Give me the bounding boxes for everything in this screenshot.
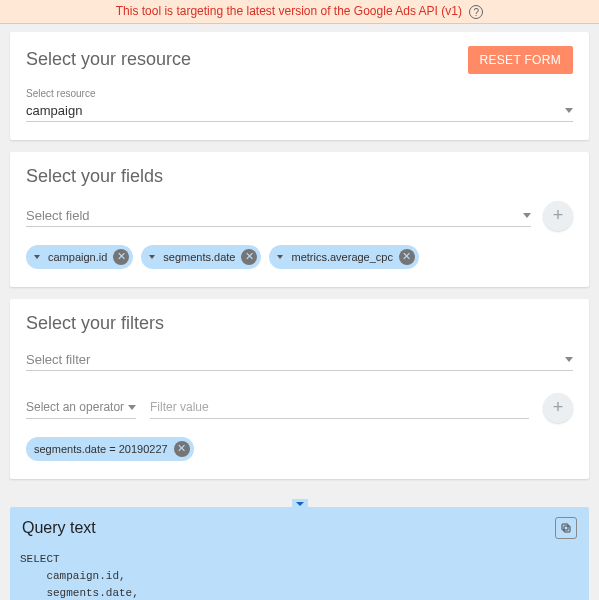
field-chip[interactable]: metrics.average_cpc ✕ xyxy=(269,245,419,269)
copy-button[interactable] xyxy=(555,517,577,539)
chevron-down-icon xyxy=(277,255,283,259)
reset-form-button[interactable]: RESET FORM xyxy=(468,46,573,74)
operator-select[interactable]: Select an operator xyxy=(26,396,136,419)
chevron-down-icon xyxy=(565,357,573,362)
chip-label: campaign.id xyxy=(48,251,107,263)
add-field-button[interactable]: + xyxy=(543,201,573,231)
chip-label: metrics.average_cpc xyxy=(291,251,393,263)
operator-placeholder: Select an operator xyxy=(26,400,124,414)
close-icon[interactable]: ✕ xyxy=(174,441,190,457)
chevron-down-icon xyxy=(34,255,40,259)
close-icon[interactable]: ✕ xyxy=(241,249,257,265)
add-filter-button[interactable]: + xyxy=(543,393,573,423)
filter-value-input[interactable] xyxy=(150,396,529,419)
resource-select[interactable]: campaign xyxy=(26,99,573,122)
chevron-down-icon xyxy=(292,499,308,509)
filter-placeholder: Select filter xyxy=(26,352,90,367)
resource-title: Select your resource xyxy=(26,49,191,70)
help-icon[interactable]: ? xyxy=(469,5,483,19)
field-chips: campaign.id ✕ segments.date ✕ metrics.av… xyxy=(26,245,573,269)
chip-label: segments.date = 20190227 xyxy=(34,443,168,455)
filter-chips: segments.date = 20190227 ✕ xyxy=(26,437,573,461)
field-chip[interactable]: segments.date ✕ xyxy=(141,245,261,269)
close-icon[interactable]: ✕ xyxy=(399,249,415,265)
plus-icon: + xyxy=(553,205,564,226)
fields-title: Select your fields xyxy=(26,166,163,187)
filters-card: Select your filters Select filter Select… xyxy=(10,299,589,479)
banner-text: This tool is targeting the latest versio… xyxy=(116,4,462,18)
resource-value: campaign xyxy=(26,103,82,118)
query-title: Query text xyxy=(22,519,96,537)
filters-title: Select your filters xyxy=(26,313,164,334)
svg-rect-0 xyxy=(564,526,570,532)
field-chip[interactable]: campaign.id ✕ xyxy=(26,245,133,269)
field-placeholder: Select field xyxy=(26,208,90,223)
chip-label: segments.date xyxy=(163,251,235,263)
chevron-down-icon xyxy=(565,108,573,113)
api-version-banner: This tool is targeting the latest versio… xyxy=(0,0,599,24)
collapse-handle[interactable] xyxy=(0,497,599,507)
query-card: Query text SELECT campaign.id, segments.… xyxy=(10,507,589,600)
field-select[interactable]: Select field xyxy=(26,204,531,227)
query-text[interactable]: SELECT campaign.id, segments.date, metri… xyxy=(10,547,589,600)
plus-icon: + xyxy=(553,397,564,418)
filter-chip[interactable]: segments.date = 20190227 ✕ xyxy=(26,437,194,461)
filter-select[interactable]: Select filter xyxy=(26,348,573,371)
chevron-down-icon xyxy=(523,213,531,218)
svg-rect-1 xyxy=(562,524,568,530)
resource-label: Select resource xyxy=(26,88,573,99)
resource-card: Select your resource RESET FORM Select r… xyxy=(10,32,589,140)
close-icon[interactable]: ✕ xyxy=(113,249,129,265)
chevron-down-icon xyxy=(149,255,155,259)
fields-card: Select your fields Select field + campai… xyxy=(10,152,589,287)
copy-icon xyxy=(560,522,572,534)
chevron-down-icon xyxy=(128,405,136,410)
